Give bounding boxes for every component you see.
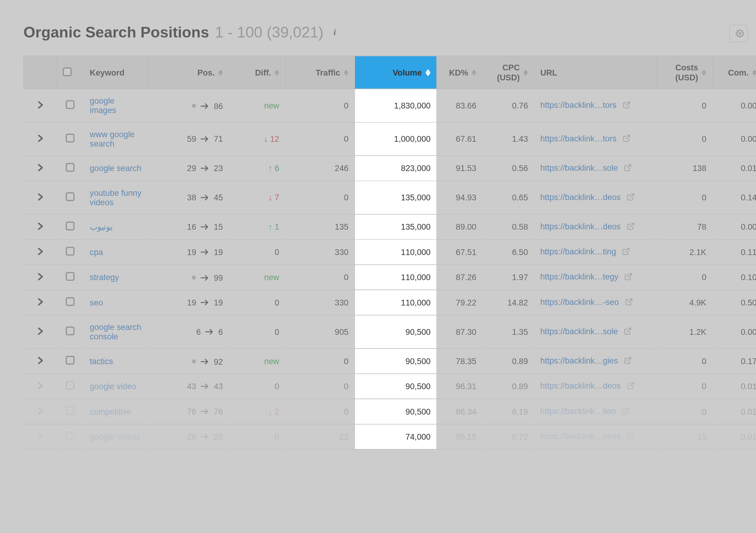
select-cell[interactable] xyxy=(57,290,83,315)
col-cpc[interactable]: CPC(USD) xyxy=(483,56,534,89)
expand-cell[interactable] xyxy=(24,290,57,315)
expand-cell[interactable] xyxy=(24,315,57,349)
expand-cell[interactable] xyxy=(24,156,57,181)
keyword-link[interactable]: tactics xyxy=(90,357,113,366)
expand-row-icon[interactable] xyxy=(37,298,43,308)
col-diff[interactable]: Diff. xyxy=(229,56,285,89)
expand-row-icon[interactable] xyxy=(37,327,43,337)
url-link[interactable]: https://backlink…deos xyxy=(540,222,621,231)
select-cell[interactable] xyxy=(57,214,83,239)
row-checkbox[interactable] xyxy=(66,327,74,335)
keyword-cell[interactable]: google video xyxy=(83,374,148,399)
url-cell[interactable]: https://backlink…tion xyxy=(534,399,656,424)
external-link-icon[interactable] xyxy=(622,134,631,144)
url-link[interactable]: https://backlink…tegy xyxy=(540,272,618,281)
select-cell[interactable] xyxy=(57,122,83,156)
external-link-icon[interactable] xyxy=(627,382,635,392)
row-checkbox[interactable] xyxy=(66,431,74,440)
table-row[interactable]: google search29 236246823,00091.530.56ht… xyxy=(24,156,756,181)
external-link-icon[interactable] xyxy=(622,101,631,111)
keyword-link[interactable]: competitive xyxy=(90,407,131,416)
expand-row-icon[interactable] xyxy=(37,356,43,366)
table-row[interactable]: google images 86new01,830,00083.660.76ht… xyxy=(24,89,756,122)
external-link-icon[interactable] xyxy=(624,272,632,283)
url-cell[interactable]: https://backlink…sole xyxy=(534,156,656,181)
keyword-cell[interactable]: يوتيوب xyxy=(83,214,148,239)
expand-cell[interactable] xyxy=(24,424,57,449)
table-row[interactable]: strategy 99new0110,00087.261.97https://b… xyxy=(24,265,756,290)
col-select-all[interactable] xyxy=(57,56,83,89)
url-cell[interactable]: https://backlink…deos xyxy=(534,374,656,399)
external-link-icon[interactable] xyxy=(625,298,633,308)
row-checkbox[interactable] xyxy=(66,192,74,201)
keyword-cell[interactable]: youtube funny videos xyxy=(83,181,148,214)
select-cell[interactable] xyxy=(57,424,83,449)
col-com[interactable]: Com. xyxy=(713,56,756,89)
expand-cell[interactable] xyxy=(24,122,57,156)
external-link-icon[interactable] xyxy=(624,164,632,173)
keyword-link[interactable]: يوتيوب xyxy=(90,222,113,231)
external-link-icon[interactable] xyxy=(627,193,635,203)
keyword-cell[interactable]: www google search xyxy=(83,122,148,156)
url-link[interactable]: https://backlink…ting xyxy=(540,247,616,256)
keyword-cell[interactable]: strategy xyxy=(83,265,148,290)
expand-row-icon[interactable] xyxy=(37,247,43,257)
keyword-cell[interactable]: cpa xyxy=(83,239,148,265)
external-link-icon[interactable] xyxy=(622,247,630,257)
url-link[interactable]: https://backlink…sole xyxy=(540,327,618,336)
url-cell[interactable]: https://backlink…deos xyxy=(534,181,656,214)
external-link-icon[interactable] xyxy=(622,407,630,417)
table-row[interactable]: tactics 92new090,50078.350.89https://bac… xyxy=(24,348,756,373)
select-cell[interactable] xyxy=(57,239,83,265)
row-checkbox[interactable] xyxy=(66,247,74,256)
col-volume[interactable]: Volume xyxy=(355,56,437,89)
keyword-cell[interactable]: seo xyxy=(83,290,148,315)
url-cell[interactable]: https://backlink…deos xyxy=(534,424,656,449)
url-cell[interactable]: https://backlink…tegy xyxy=(534,265,656,290)
url-link[interactable]: https://backlink…deos xyxy=(540,192,621,202)
col-costs[interactable]: Costs(USD) xyxy=(656,56,713,89)
keyword-link[interactable]: seo xyxy=(90,298,103,307)
table-row[interactable]: يوتيوب16 151135135,00089.000.58https://b… xyxy=(24,214,756,239)
table-row[interactable]: youtube funny videos38 4570135,00094.930… xyxy=(24,181,756,214)
keyword-cell[interactable]: google search xyxy=(83,156,148,181)
expand-cell[interactable] xyxy=(24,181,57,214)
url-cell[interactable]: https://backlink…ting xyxy=(534,239,656,265)
url-link[interactable]: https://backlink…deos xyxy=(540,381,621,391)
table-row[interactable]: competitive76 782090,50086.346.19https:/… xyxy=(24,399,756,424)
keyword-cell[interactable]: google images xyxy=(83,89,148,122)
expand-cell[interactable] xyxy=(24,399,57,424)
keyword-link[interactable]: google search xyxy=(90,164,142,173)
url-link[interactable]: https://backlink…tors xyxy=(540,100,617,110)
expand-row-icon[interactable] xyxy=(37,406,43,417)
expand-cell[interactable] xyxy=(24,265,57,290)
table-row[interactable]: cpa19 190330110,00067.516.50https://back… xyxy=(24,239,756,265)
select-cell[interactable] xyxy=(57,315,83,349)
keyword-cell[interactable]: competitive xyxy=(83,399,148,424)
url-link[interactable]: https://backlink…tion xyxy=(540,406,616,416)
expand-row-icon[interactable] xyxy=(37,272,43,282)
expand-row-icon[interactable] xyxy=(37,134,43,144)
col-traffic[interactable]: Traffic xyxy=(285,56,355,89)
keyword-link[interactable]: google video xyxy=(90,382,136,391)
external-link-icon[interactable] xyxy=(624,356,632,366)
expand-row-icon[interactable] xyxy=(37,163,43,173)
url-link[interactable]: https://backlink…tors xyxy=(540,134,617,143)
keyword-link[interactable]: google search console xyxy=(90,322,142,341)
url-cell[interactable]: https://backlink…-seo xyxy=(534,290,656,315)
select-cell[interactable] xyxy=(57,399,83,424)
url-link[interactable]: https://backlink…-seo xyxy=(540,297,619,307)
select-cell[interactable] xyxy=(57,348,83,373)
table-row[interactable]: google search console6 6090590,50087.301… xyxy=(24,315,756,349)
keyword-link[interactable]: google images xyxy=(90,96,117,115)
url-link[interactable]: https://backlink…gies xyxy=(540,356,618,365)
col-url[interactable]: URL xyxy=(534,56,656,89)
row-checkbox[interactable] xyxy=(66,406,74,415)
keyword-link[interactable]: youtube funny videos xyxy=(90,188,142,207)
row-checkbox[interactable] xyxy=(66,134,74,142)
row-checkbox[interactable] xyxy=(66,297,74,306)
expand-row-icon[interactable] xyxy=(37,381,43,391)
expand-row-icon[interactable] xyxy=(37,192,43,202)
table-row[interactable]: seo19 190330110,00079.2214.82https://bac… xyxy=(24,290,756,315)
keyword-link[interactable]: www google search xyxy=(90,130,135,148)
